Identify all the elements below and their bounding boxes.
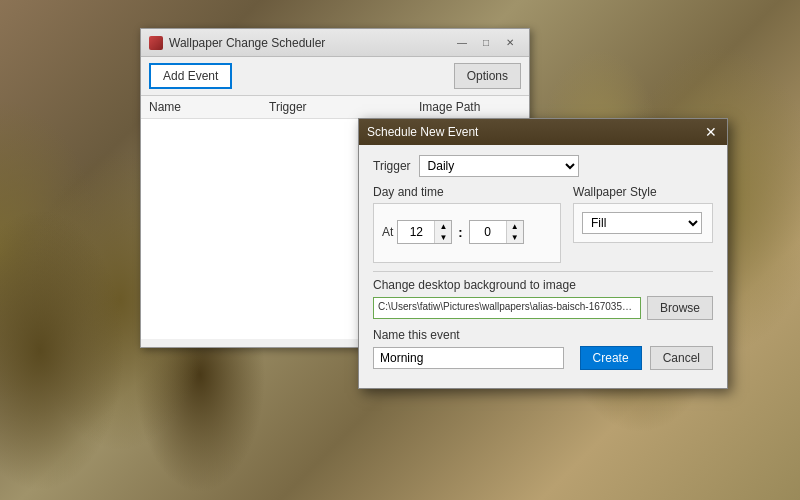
close-button[interactable]: ✕ [499, 34, 521, 52]
day-time-section: Day and time At ▲ ▼ : [373, 185, 561, 263]
name-row: Create Cancel [373, 346, 713, 370]
schedule-dialog: Schedule New Event ✕ Trigger Daily Weekl… [358, 118, 728, 389]
hour-spinner: ▲ ▼ [397, 220, 452, 244]
name-section-label: Name this event [373, 328, 713, 342]
cancel-button[interactable]: Cancel [650, 346, 713, 370]
day-time-label: Day and time [373, 185, 561, 199]
at-label: At [382, 225, 393, 239]
trigger-label: Trigger [373, 159, 411, 173]
wallpaper-style-label: Wallpaper Style [573, 185, 713, 199]
minute-spinner: ▲ ▼ [469, 220, 524, 244]
style-select[interactable]: Fill Fit Stretch Tile Center Span [582, 212, 702, 234]
hour-down-button[interactable]: ▼ [435, 232, 451, 243]
time-colon: : [458, 225, 462, 240]
dialog-title: Schedule New Event [367, 125, 478, 139]
file-path-display: C:\Users\fatiw\Pictures\wallpapers\alias… [373, 297, 641, 319]
day-time-box: At ▲ ▼ : [373, 203, 561, 263]
wallpaper-style-section: Wallpaper Style Fill Fit Stretch Tile Ce… [573, 185, 713, 263]
window-controls: — □ ✕ [451, 34, 521, 52]
minute-up-button[interactable]: ▲ [507, 221, 523, 232]
main-window-titlebar: Wallpaper Change Scheduler — □ ✕ [141, 29, 529, 57]
table-header: Name Trigger Image Path [141, 96, 529, 119]
add-event-button[interactable]: Add Event [149, 63, 232, 89]
minute-input[interactable] [470, 221, 506, 243]
dialog-close-button[interactable]: ✕ [703, 125, 719, 139]
trigger-row: Trigger Daily Weekly Monthly Once [373, 155, 713, 177]
main-toolbar: Add Event Options [141, 57, 529, 96]
options-button[interactable]: Options [454, 63, 521, 89]
app-icon [149, 36, 163, 50]
dialog-titlebar: Schedule New Event ✕ [359, 119, 727, 145]
create-button[interactable]: Create [580, 346, 642, 370]
at-row: At ▲ ▼ : [382, 220, 552, 244]
hour-spinner-btns: ▲ ▼ [434, 221, 451, 243]
col-name: Name [149, 100, 269, 114]
trigger-select[interactable]: Daily Weekly Monthly Once [419, 155, 579, 177]
minimize-button[interactable]: — [451, 34, 473, 52]
col-image-path: Image Path [419, 100, 521, 114]
two-col-section: Day and time At ▲ ▼ : [373, 185, 713, 263]
browse-button[interactable]: Browse [647, 296, 713, 320]
maximize-button[interactable]: □ [475, 34, 497, 52]
col-trigger: Trigger [269, 100, 419, 114]
hour-up-button[interactable]: ▲ [435, 221, 451, 232]
minute-spinner-btns: ▲ ▼ [506, 221, 523, 243]
divider-1 [373, 271, 713, 272]
main-window-title: Wallpaper Change Scheduler [169, 36, 451, 50]
event-name-input[interactable] [373, 347, 564, 369]
file-row: C:\Users\fatiw\Pictures\wallpapers\alias… [373, 296, 713, 320]
dialog-body: Trigger Daily Weekly Monthly Once Day an… [359, 145, 727, 388]
wallpaper-style-box: Fill Fit Stretch Tile Center Span [573, 203, 713, 243]
hour-input[interactable] [398, 221, 434, 243]
minute-down-button[interactable]: ▼ [507, 232, 523, 243]
image-section-label: Change desktop background to image [373, 278, 713, 292]
